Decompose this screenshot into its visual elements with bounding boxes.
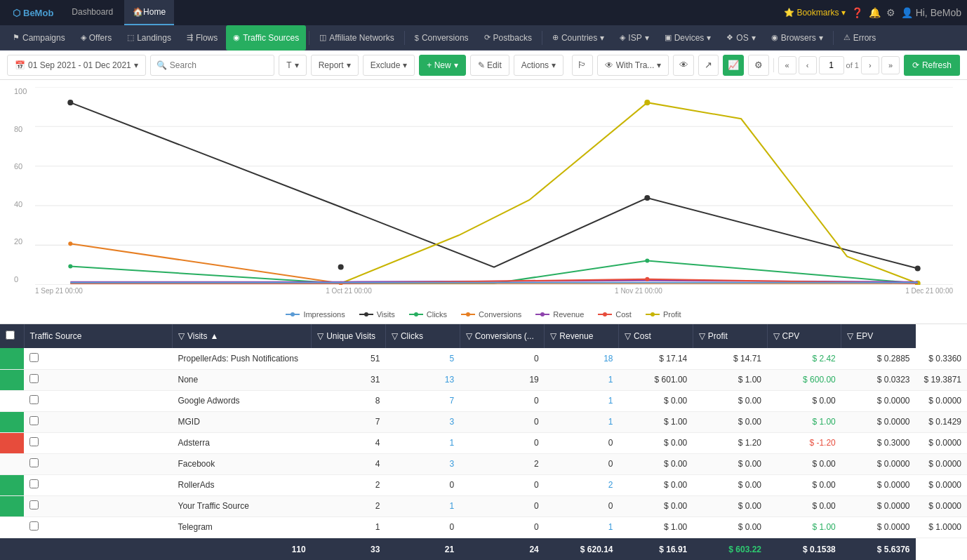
row-visits: 4 xyxy=(312,432,386,453)
th-conversions[interactable]: ▽ Conversions (... xyxy=(460,324,545,348)
th-traffic-source[interactable]: Traffic Source xyxy=(24,324,173,348)
next-page-button[interactable]: › xyxy=(861,56,879,74)
row-checkbox[interactable] xyxy=(29,437,39,446)
new-button[interactable]: + New ▾ xyxy=(419,55,465,76)
share-button[interactable]: ↗ xyxy=(698,55,719,76)
nav-errors[interactable]: ⚠ Errors xyxy=(836,25,883,51)
add-indicator xyxy=(0,474,24,495)
help-icon[interactable]: ❓ xyxy=(851,7,863,18)
tab-home[interactable]: 🏠 Home xyxy=(124,0,174,25)
legend-clicks[interactable]: Clicks xyxy=(409,310,447,319)
nav-os[interactable]: ❖ OS ▾ xyxy=(719,25,762,51)
filter-icon: ▽ xyxy=(625,331,631,341)
row-checkbox-cell xyxy=(24,348,173,369)
row-checkbox-cell xyxy=(24,495,173,516)
row-checkbox[interactable] xyxy=(29,374,39,383)
row-profit: $ 1.00 xyxy=(767,411,841,432)
row-checkbox[interactable] xyxy=(29,458,39,467)
th-profit[interactable]: ▽ Profit xyxy=(693,324,767,348)
nav-browsers[interactable]: ◉ Browsers ▾ xyxy=(764,25,830,51)
nav-affiliate-networks[interactable]: ◫ Affiliate Networks xyxy=(312,25,401,51)
row-clicks: 0 xyxy=(460,432,545,453)
first-page-button[interactable]: « xyxy=(778,56,796,74)
nav-offers[interactable]: ◈ Offers xyxy=(74,25,119,51)
nav-devices[interactable]: ▣ Devices ▾ xyxy=(658,25,719,51)
flag-button[interactable]: 🏳 xyxy=(572,55,593,76)
row-checkbox[interactable] xyxy=(29,353,39,362)
nav-countries[interactable]: ⊕ Countries ▾ xyxy=(545,25,611,51)
footer-revenue: $ 620.14 xyxy=(545,538,619,560)
row-unique-visits: 0 xyxy=(385,516,460,538)
legend-cost[interactable]: Cost xyxy=(598,310,632,319)
legend-visits[interactable]: Visits xyxy=(359,310,395,319)
search-input[interactable] xyxy=(170,60,269,70)
row-epv: $ 0.0000 xyxy=(916,453,967,474)
row-checkbox[interactable] xyxy=(29,521,39,531)
legend-profit[interactable]: Profit xyxy=(646,310,681,319)
row-cpv: $ 0.0000 xyxy=(841,411,916,432)
table-row: MGID 7 3 0 1 $ 1.00 $ 0.00 $ 1.00 $ 0.00… xyxy=(0,411,967,432)
row-checkbox[interactable] xyxy=(29,479,39,488)
report-button[interactable]: Report ▾ xyxy=(311,55,359,76)
footer-cpv: $ 0.1538 xyxy=(767,538,841,560)
brand[interactable]: ⬡ BeMob xyxy=(6,8,60,18)
gear-button[interactable]: ⚙ xyxy=(748,55,769,76)
prev-page-button[interactable]: ‹ xyxy=(799,56,817,74)
nav-traffic-sources[interactable]: ◉ Traffic Sources xyxy=(226,25,306,51)
row-checkbox[interactable] xyxy=(29,416,39,425)
date-range-picker[interactable]: 📅 01 Sep 2021 - 01 Dec 2021 ▾ xyxy=(7,55,146,76)
th-unique-visits[interactable]: ▽ Unique Visits xyxy=(312,324,386,348)
last-page-button[interactable]: » xyxy=(881,56,900,74)
legend-impressions[interactable]: Impressions xyxy=(286,310,345,319)
affiliate-networks-icon: ◫ xyxy=(319,33,326,42)
footer-unique-visits: 33 xyxy=(312,538,386,560)
nav-isp[interactable]: ◈ ISP ▾ xyxy=(613,25,655,51)
add-indicator xyxy=(0,495,24,516)
th-clicks[interactable]: ▽ Clicks xyxy=(385,324,460,348)
th-checkbox[interactable] xyxy=(0,324,24,348)
conversions-icon: $ xyxy=(415,34,419,42)
nav-landings[interactable]: ⬚ Landings xyxy=(120,25,178,51)
nav-postbacks[interactable]: ⟳ Postbacks xyxy=(477,25,539,51)
with-tra-button[interactable]: 👁 With Tra... ▾ xyxy=(597,55,669,76)
tab-dashboard[interactable]: Dashboard xyxy=(63,0,121,25)
toolbar-separator xyxy=(773,58,774,72)
actions-button[interactable]: Actions ▾ xyxy=(514,55,563,76)
row-checkbox[interactable] xyxy=(29,395,39,404)
row-cost: $ 1.20 xyxy=(693,432,767,453)
legend-revenue[interactable]: Revenue xyxy=(535,310,584,319)
row-revenue: $ 0.00 xyxy=(619,432,693,453)
row-source: PropellerAds: Push Notifications xyxy=(173,348,312,369)
nav-conversions[interactable]: $ Conversions xyxy=(408,25,476,51)
view-toggle-button[interactable]: 👁 xyxy=(673,55,694,76)
bookmarks-button[interactable]: ⭐ Bookmarks ▾ xyxy=(784,8,846,18)
nav-campaigns[interactable]: ⚑ Campaigns xyxy=(6,25,72,51)
nav-flows[interactable]: ⇶ Flows xyxy=(180,25,225,51)
row-source: MGID xyxy=(173,411,312,432)
settings-icon[interactable]: ⚙ xyxy=(886,7,895,18)
th-revenue[interactable]: ▽ Revenue xyxy=(545,324,619,348)
page-input[interactable] xyxy=(819,56,844,74)
user-icon[interactable]: 👤 Hi, BeMob xyxy=(901,7,961,18)
th-cpv[interactable]: ▽ CPV xyxy=(767,324,841,348)
row-unique-visits: 1 xyxy=(385,495,460,516)
row-unique-visits: 3 xyxy=(385,453,460,474)
row-visits: 1 xyxy=(312,516,386,538)
add-indicator xyxy=(0,348,24,369)
th-cost[interactable]: ▽ Cost xyxy=(619,324,693,348)
th-visits[interactable]: ▽ Visits ▲ xyxy=(173,324,312,348)
legend-conversions[interactable]: Conversions xyxy=(461,310,521,319)
select-all-checkbox[interactable] xyxy=(6,331,15,340)
refresh-button[interactable]: ⟳ Refresh xyxy=(904,55,960,76)
row-conversions: 0 xyxy=(545,453,619,474)
row-checkbox[interactable] xyxy=(29,500,39,509)
filter-icon: ▽ xyxy=(847,331,853,341)
notifications-icon[interactable]: 🔔 xyxy=(869,7,881,18)
chart-button[interactable]: 📈 xyxy=(723,55,744,76)
table-header: Traffic Source ▽ Visits ▲ ▽ Unique Visit… xyxy=(0,324,967,348)
exclude-button[interactable]: Exclude ▾ xyxy=(363,55,415,76)
edit-button[interactable]: ✎ Edit xyxy=(470,55,509,76)
th-epv[interactable]: ▽ EPV xyxy=(841,324,916,348)
table-row: Google Adwords 8 7 0 1 $ 0.00 $ 0.00 $ 0… xyxy=(0,390,967,411)
type-button[interactable]: T ▾ xyxy=(279,55,306,76)
